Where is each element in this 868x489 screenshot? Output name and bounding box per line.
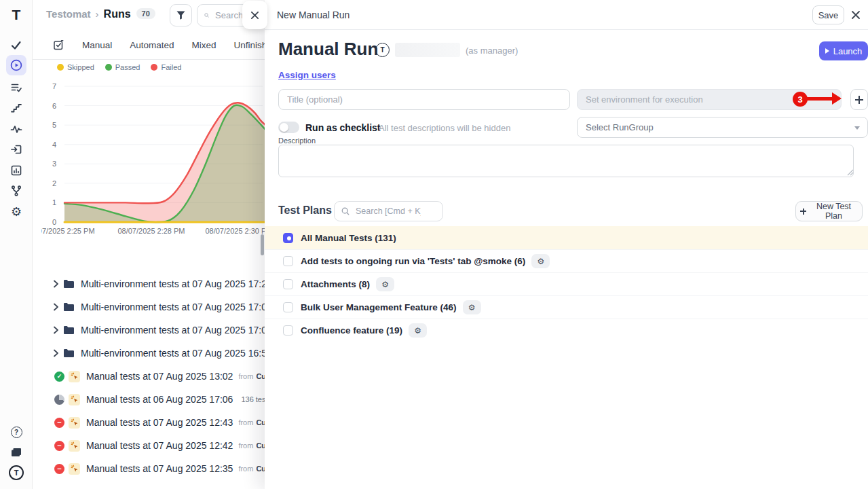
test-plan-label: Bulk User Management Feature (46)	[301, 302, 457, 312]
branch-icon[interactable]	[0, 184, 33, 198]
runs-count-badge: 70	[136, 8, 155, 19]
add-environment-button[interactable]	[850, 89, 868, 110]
run-folder-row[interactable]: Multi-environment tests at 07 Aug 2025 1…	[33, 342, 265, 365]
run-title-input[interactable]	[278, 89, 570, 110]
run-status-icon	[54, 372, 64, 382]
breadcrumb-separator: ›	[96, 8, 99, 20]
rungroup-select[interactable]: Select RunGroup	[577, 117, 868, 138]
list-check-icon[interactable]	[0, 81, 33, 94]
manual-run-icon	[69, 371, 80, 382]
plus-icon	[855, 96, 863, 104]
help-button[interactable]: ?	[0, 425, 33, 439]
run-row[interactable]: Manual tests at 06 Aug 2025 17:06 136 te…	[33, 388, 265, 411]
test-plans-search[interactable]	[334, 201, 443, 221]
run-status-icon	[54, 418, 64, 428]
avatar-t-icon: T	[9, 465, 24, 480]
chevron-right-icon[interactable]	[53, 349, 59, 357]
runs-check-icon[interactable]	[0, 39, 33, 52]
tab-manual[interactable]: Manual	[82, 40, 112, 50]
test-plans-search-input[interactable]	[354, 206, 422, 217]
run-folder-row[interactable]: Multi-environment tests at 07 Aug 2025 1…	[33, 295, 265, 319]
test-plan-settings-button[interactable]: ⚙	[376, 277, 394, 291]
breadcrumb-page[interactable]: Runs	[104, 8, 131, 20]
description-textarea[interactable]	[278, 145, 854, 177]
test-plan-settings-button[interactable]: ⚙	[463, 300, 481, 314]
svg-text:2: 2	[52, 179, 56, 187]
steps-icon[interactable]	[0, 101, 33, 115]
copy-icon	[10, 447, 22, 458]
description-label: Description	[278, 137, 316, 145]
user-avatar[interactable]: T	[0, 465, 33, 481]
run-meta-prefix: from	[238, 465, 253, 473]
test-plan-checkbox[interactable]	[283, 256, 293, 266]
runs-list-scrollbar[interactable]	[261, 234, 264, 255]
runs-page: Testomat›Runs70 ManualAutomatedMixedUnfi…	[33, 0, 265, 489]
filter-button[interactable]	[170, 4, 192, 26]
run-meta-prefix: from	[238, 441, 253, 450]
bulk-select-icon[interactable]	[53, 39, 64, 51]
launch-button[interactable]: Launch	[819, 41, 868, 60]
toggle-knob	[280, 123, 288, 132]
folder-icon	[63, 325, 75, 335]
run-status-icon	[54, 464, 64, 474]
chevron-right-icon[interactable]	[53, 326, 59, 334]
owner-avatar-icon: T	[375, 43, 390, 57]
runs-list: Multi-environment tests at 07 Aug 2025 1…	[33, 272, 265, 480]
chevron-right-icon[interactable]	[53, 303, 59, 311]
pulse-icon[interactable]	[0, 122, 33, 136]
test-plan-row[interactable]: Bulk User Management Feature (46) ⚙	[265, 295, 868, 319]
test-plan-checkbox[interactable]	[283, 325, 293, 336]
manager-note: (as manager)	[466, 46, 518, 56]
tab-unfinished[interactable]: Unfinished	[234, 40, 265, 50]
gear-icon: ⚙	[468, 304, 476, 312]
test-plan-settings-button[interactable]: ⚙	[531, 254, 550, 268]
run-as-checklist-toggle[interactable]	[278, 122, 299, 133]
legend-item-skipped[interactable]: Skipped	[57, 63, 94, 71]
test-plan-checkbox[interactable]	[283, 233, 293, 243]
bar-chart-icon[interactable]	[0, 164, 33, 177]
panel-title: New Manual Run	[277, 10, 350, 20]
svg-text:08/07/2025 2:28 PM: 08/07/2025 2:28 PM	[117, 227, 185, 235]
test-plan-settings-button[interactable]: ⚙	[409, 323, 427, 338]
test-plan-checkbox[interactable]	[283, 302, 293, 312]
run-label: Multi-environment tests at 07 Aug 2025 1…	[81, 348, 265, 359]
settings-nav[interactable]: ⚙	[0, 204, 33, 219]
test-plan-checkbox[interactable]	[283, 279, 293, 289]
panel-edge-close-button[interactable]	[242, 1, 267, 29]
tab-mixed[interactable]: Mixed	[192, 40, 216, 50]
run-folder-row[interactable]: Multi-environment tests at 07 Aug 2025 1…	[33, 319, 265, 342]
tab-automated[interactable]: Automated	[130, 40, 174, 50]
help-icon: ?	[11, 427, 22, 438]
manual-run-icon	[69, 440, 80, 452]
run-row[interactable]: Manual tests at 07 Aug 2025 12:42 from C…	[33, 434, 265, 457]
new-test-plan-button[interactable]: New Test Plan	[795, 201, 863, 221]
run-row[interactable]: Manual tests at 07 Aug 2025 13:02 from C…	[33, 365, 265, 388]
sign-in-icon[interactable]	[0, 143, 33, 156]
runs-nav-active[interactable]	[0, 55, 33, 75]
projects-button[interactable]	[0, 446, 33, 459]
legend-label: Skipped	[67, 63, 94, 71]
svg-text:08/07/2025 2:25 PM: 08/07/2025 2:25 PM	[41, 227, 95, 235]
run-row[interactable]: Manual tests at 07 Aug 2025 12:43 from C…	[33, 411, 265, 434]
assign-users-link[interactable]: Assign users	[278, 70, 336, 80]
save-button[interactable]: Save	[812, 5, 844, 24]
legend-item-passed[interactable]: Passed	[105, 63, 140, 71]
test-plan-row[interactable]: All Manual Tests (131)	[265, 226, 868, 249]
breadcrumb-app[interactable]: Testomat	[46, 8, 91, 20]
testomat-logo[interactable]: T	[0, 5, 33, 24]
legend-item-failed[interactable]: Failed	[151, 63, 181, 71]
run-meta: Custom	[256, 441, 265, 450]
legend-label: Passed	[115, 63, 140, 71]
new-test-plan-label: New Test Plan	[810, 202, 858, 221]
test-plan-row[interactable]: Confluence feature (19) ⚙	[265, 319, 868, 342]
test-plan-row[interactable]: Attachments (8) ⚙	[265, 272, 868, 295]
checklist-label: Run as checklist	[305, 122, 381, 133]
svg-text:08/07/2025 2:30 PM: 08/07/2025 2:30 PM	[205, 227, 265, 235]
run-status-icon	[54, 441, 64, 451]
test-plan-row[interactable]: Add tests to ongoing run via 'Tests' tab…	[265, 249, 868, 272]
panel-close-button[interactable]	[849, 8, 863, 22]
svg-text:0: 0	[52, 218, 56, 226]
run-folder-row[interactable]: Multi-environment tests at 07 Aug 2025 1…	[33, 272, 265, 295]
run-row[interactable]: Manual tests at 07 Aug 2025 12:35 from C…	[33, 457, 265, 480]
chevron-right-icon[interactable]	[53, 280, 59, 288]
